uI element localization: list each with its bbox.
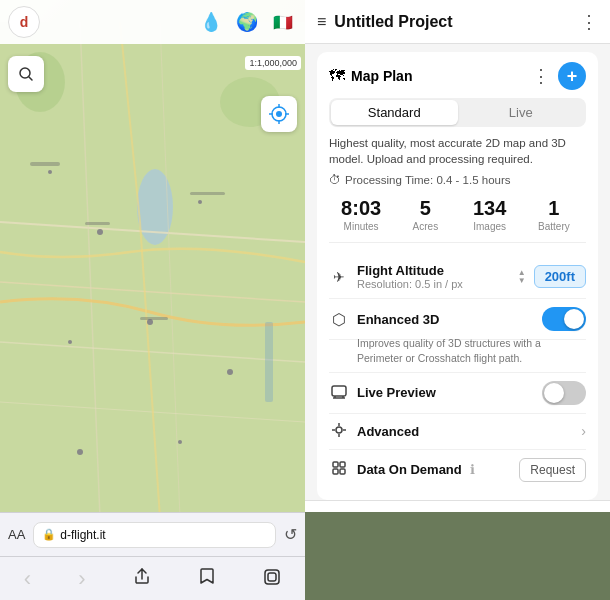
advanced-row[interactable]: Advanced › <box>329 414 586 450</box>
water-drop-icon[interactable]: 💧 <box>197 8 225 36</box>
data-on-demand-icon <box>329 460 349 479</box>
flight-altitude-row: ✈ Flight Altitude Resolution: 0.5 in / p… <box>329 255 586 299</box>
gps-button[interactable] <box>261 96 297 132</box>
flight-icon: ✈ <box>329 269 349 285</box>
svg-point-15 <box>77 449 83 455</box>
panel-header: ≡ Untitled Project ⋮ <box>305 0 610 44</box>
enhanced-3d-icon: ⬡ <box>329 310 349 329</box>
dji-logo[interactable]: d <box>8 6 40 38</box>
tabs-button[interactable] <box>253 568 291 589</box>
svg-rect-40 <box>333 462 338 467</box>
map-header-bar: d 💧 🌍 🇮🇹 <box>0 0 305 44</box>
stats-row: 8:03 Minutes 5 Acres 134 Images 1 <box>329 197 586 243</box>
svg-rect-46 <box>268 573 276 581</box>
svg-rect-18 <box>190 192 225 195</box>
svg-rect-17 <box>85 222 110 225</box>
map-search-button[interactable] <box>8 56 44 92</box>
map-plan-card: 🗺 Map Plan ⋮ + Standard Live Highest qua… <box>317 52 598 500</box>
svg-point-9 <box>97 229 103 235</box>
panel-footer: Don't own a drone? Test the simulator <box>305 500 610 512</box>
tab-live[interactable]: Live <box>458 100 585 125</box>
map-plan-icon: 🗺 <box>329 67 345 85</box>
altitude-badge[interactable]: 200ft <box>534 265 586 288</box>
enhanced-3d-row: ⬡ Enhanced 3D <box>329 299 586 340</box>
advanced-chevron-icon: › <box>581 423 586 439</box>
svg-rect-31 <box>332 386 346 396</box>
flight-altitude-sub: Resolution: 0.5 in / px <box>357 278 518 290</box>
help-icon[interactable]: ℹ <box>470 462 475 477</box>
svg-point-8 <box>48 170 52 174</box>
flag-icon[interactable]: 🇮🇹 <box>269 8 297 36</box>
map-plan-more-icon[interactable]: ⋮ <box>532 65 550 87</box>
processing-time: ⏱ Processing Time: 0.4 - 1.5 hours <box>329 173 586 187</box>
map-scale: 1:1,000,000 <box>245 56 301 70</box>
refresh-button[interactable]: ↺ <box>284 525 297 544</box>
map-plan-label: Map Plan <box>351 68 532 84</box>
hamburger-icon[interactable]: ≡ <box>317 13 326 31</box>
browser-aa-label[interactable]: AA <box>8 527 25 542</box>
satellite-bottom <box>305 512 610 600</box>
advanced-label: Advanced <box>357 424 581 439</box>
data-on-demand-row: Data On Demand ℹ Request <box>329 450 586 490</box>
forward-button[interactable]: › <box>68 566 95 592</box>
live-preview-row: Live Preview <box>329 373 586 414</box>
svg-rect-19 <box>140 317 168 320</box>
live-preview-icon <box>329 383 349 402</box>
panel-scroll-area: 🗺 Map Plan ⋮ + Standard Live Highest qua… <box>305 44 610 500</box>
svg-rect-16 <box>30 162 60 166</box>
svg-rect-42 <box>333 469 338 474</box>
tabs-row: Standard Live <box>329 98 586 127</box>
svg-point-10 <box>198 200 202 204</box>
svg-rect-45 <box>265 570 279 584</box>
svg-point-25 <box>276 111 282 117</box>
svg-point-35 <box>336 427 342 433</box>
svg-point-12 <box>68 340 72 344</box>
altitude-arrows[interactable]: ▲ ▼ <box>518 269 526 285</box>
globe-icon[interactable]: 🌍 <box>233 8 261 36</box>
live-preview-label: Live Preview <box>357 385 542 400</box>
svg-point-14 <box>178 440 182 444</box>
tab-standard[interactable]: Standard <box>331 100 458 125</box>
svg-line-24 <box>29 77 32 80</box>
svg-rect-41 <box>340 462 345 467</box>
svg-rect-20 <box>265 322 273 402</box>
enhanced-3d-toggle[interactable] <box>542 307 586 331</box>
bookmarks-button[interactable] <box>188 567 226 590</box>
panel-title: Untitled Project <box>334 13 572 31</box>
enhanced-3d-desc: Improves quality of 3D structures with a… <box>329 336 586 372</box>
stat-battery: 1 Battery <box>522 197 586 232</box>
plan-description: Highest quality, most accurate 2D map an… <box>329 135 586 167</box>
request-button[interactable]: Request <box>519 458 586 482</box>
browser-url: d-flight.it <box>60 528 105 542</box>
panel-more-icon[interactable]: ⋮ <box>580 11 598 33</box>
stat-images: 134 Images <box>458 197 522 232</box>
stat-minutes: 8:03 Minutes <box>329 197 393 232</box>
lock-icon: 🔒 <box>42 528 56 541</box>
share-button[interactable] <box>123 567 161 590</box>
svg-point-13 <box>227 369 233 375</box>
map-plan-add-button[interactable]: + <box>558 62 586 90</box>
enhanced-3d-label: Enhanced 3D <box>357 312 542 327</box>
data-on-demand-label: Data On Demand <box>357 462 462 477</box>
svg-rect-43 <box>340 469 345 474</box>
advanced-icon <box>329 422 349 441</box>
stat-acres: 5 Acres <box>393 197 457 232</box>
flight-altitude-label: Flight Altitude <box>357 263 518 278</box>
clock-icon: ⏱ <box>329 173 341 187</box>
live-preview-toggle[interactable] <box>542 381 586 405</box>
back-button[interactable]: ‹ <box>14 566 41 592</box>
